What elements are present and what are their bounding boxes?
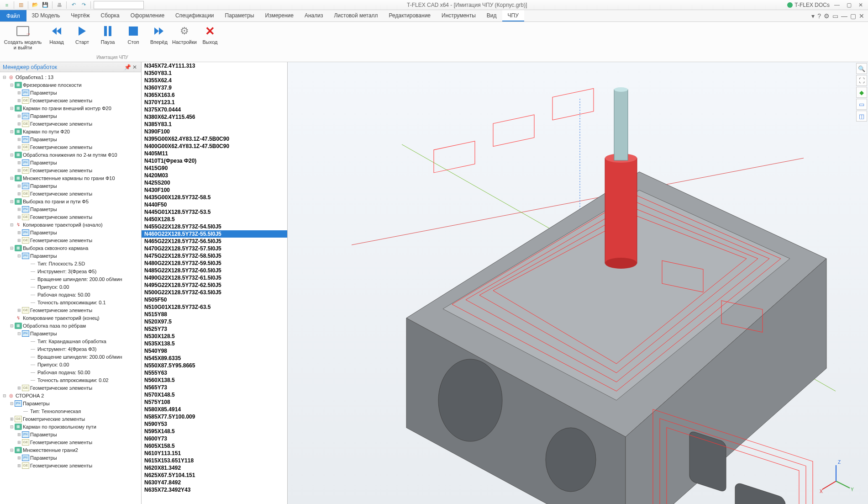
gcode-line[interactable]: N345X72.4Y111.313 — [142, 62, 287, 69]
gcode-line[interactable]: N600Y73 — [142, 435, 287, 442]
collapse-icon[interactable]: ⊟ — [9, 424, 15, 429]
tree-row[interactable]: ⊞GEГеометрические элементы — [0, 120, 141, 127]
expand-icon[interactable]: ⊞ — [16, 168, 22, 173]
tree-row[interactable]: ⊟P≡Параметры — [0, 399, 141, 407]
gcode-line[interactable]: N365X163.6 — [142, 91, 287, 99]
ribbon-tab[interactable]: Оформление — [125, 10, 170, 21]
expand-icon[interactable]: ⊞ — [16, 160, 22, 165]
create-model-button[interactable]: Создать модель и выйти — [3, 23, 43, 52]
collapse-icon[interactable]: ⊟ — [16, 331, 22, 336]
tree-row[interactable]: ⊟▦Карман по пути Ф20 — [0, 127, 141, 135]
start-button[interactable]: Старт — [70, 23, 94, 52]
tree-row[interactable]: ⊟▦Фрезерование плоскости — [0, 81, 141, 89]
tree-row[interactable]: ⊞P≡Параметры — [0, 454, 141, 462]
tree-row[interactable]: ⊞GEГеометрические элементы — [0, 415, 141, 423]
gcode-line[interactable]: N435G00X128.5Y73Z-58.5 — [142, 194, 287, 201]
ribbon-tab[interactable]: Измерение — [260, 10, 299, 21]
gcode-line[interactable]: N545X89.6335 — [142, 355, 287, 362]
minimize-button[interactable]: — — [832, 1, 842, 9]
expand-icon[interactable]: ⊞ — [16, 184, 22, 188]
gcode-line[interactable]: N465G22X128.5Y73Z-56.5I0J5 — [142, 238, 287, 245]
gcode-line[interactable]: N385Y83.1 — [142, 121, 287, 128]
gcode-line[interactable]: N550X87.5Y95.8665 — [142, 362, 287, 369]
gcode-panel[interactable]: N345X72.4Y111.313N350Y83.1N355X62.4N360Y… — [142, 62, 288, 504]
expand-icon[interactable]: ⊞ — [16, 308, 22, 313]
gcode-line[interactable]: N410T1(Фреза Ф20) — [142, 157, 287, 164]
expand-icon[interactable]: ⊞ — [16, 114, 22, 118]
tree-row[interactable]: ⊞GEГеометрические элементы — [0, 306, 141, 314]
tree-row[interactable]: ⊞GEГеометрические элементы — [0, 190, 141, 197]
gcode-line[interactable]: N510G01X128.5Y73Z-63.5 — [142, 303, 287, 311]
gcode-line[interactable]: N595X148.5 — [142, 428, 287, 435]
expand-icon[interactable]: ⊞ — [16, 145, 22, 149]
gcode-line[interactable]: N500G22X128.5Y73Z-63.5I0J5 — [142, 289, 287, 296]
expand-icon[interactable]: ⊞ — [9, 417, 15, 421]
tree-row[interactable]: ⊟▦Выборка сквозного кармана — [0, 244, 141, 252]
collapse-icon[interactable]: ⊟ — [9, 83, 15, 87]
tree-row[interactable]: —Вращение шпинделя: 200.00 об/мин — [0, 275, 141, 283]
fit-icon[interactable]: ⛶ — [856, 75, 867, 86]
gcode-line[interactable]: N615X153.651Y118 — [142, 457, 287, 464]
expand-icon[interactable]: ⊞ — [16, 440, 22, 445]
close-button[interactable]: ✕ — [856, 1, 865, 9]
maximize-button[interactable]: ▢ — [844, 1, 853, 9]
gcode-line[interactable]: N565Y73 — [142, 384, 287, 391]
collapse-icon[interactable]: ⊟ — [16, 254, 22, 258]
tree-row[interactable]: ⊞P≡Параметры — [0, 205, 141, 213]
open-icon[interactable]: 📂 — [31, 1, 39, 9]
tree-row[interactable]: —Точность аппроксимации: 0.1 — [0, 298, 141, 306]
exit-button[interactable]: ✕ Выход — [198, 23, 222, 52]
gcode-line[interactable]: N540Y98 — [142, 347, 287, 355]
collapse-icon[interactable]: ⊟ — [9, 176, 15, 180]
expand-icon[interactable]: ⊞ — [16, 432, 22, 437]
new-icon[interactable]: ▥ — [17, 1, 25, 9]
gcode-line[interactable]: N560X138.5 — [142, 377, 287, 384]
gcode-line[interactable]: N445G01X128.5Y73Z-53.5 — [142, 208, 287, 216]
tree-row[interactable]: —Рабочая подача: 50.00 — [0, 291, 141, 298]
gcode-line[interactable]: N480G22X128.5Y73Z-59.5I0J5 — [142, 260, 287, 267]
expand-icon[interactable]: ⊞ — [16, 191, 22, 196]
gcode-line[interactable]: N625X67.5Y104.151 — [142, 472, 287, 479]
tree-row[interactable]: ⊟P≡Параметры — [0, 252, 141, 260]
doc-min-icon[interactable]: — — [841, 12, 847, 20]
gcode-line[interactable]: N400G00X62.4Y83.1Z-47.5B0C90 — [142, 143, 287, 150]
section-icon[interactable]: ◫ — [856, 111, 867, 122]
gcode-line[interactable]: N425S200 — [142, 179, 287, 186]
gcode-line[interactable]: N575Y108 — [142, 398, 287, 406]
ribbon-tab[interactable]: Чертёж — [65, 10, 95, 21]
ribbon-tab[interactable]: Сборка — [95, 10, 125, 21]
gcode-line[interactable]: N585X77.5Y100.009 — [142, 413, 287, 420]
gcode-line[interactable]: N605X158.5 — [142, 442, 287, 450]
gcode-line[interactable]: N395G00X62.4Y83.1Z-47.5B0C90 — [142, 135, 287, 143]
expand-icon[interactable]: ⊞ — [16, 98, 22, 103]
tree-row[interactable]: —Тип: Плоскость 2.5D — [0, 260, 141, 267]
gcode-line[interactable]: N375X70.0444 — [142, 106, 287, 113]
tree-row[interactable]: ⊞P≡Параметры — [0, 89, 141, 96]
pin-icon[interactable]: 📌 — [124, 64, 131, 70]
gcode-line[interactable]: N420M03 — [142, 172, 287, 179]
redo-icon[interactable]: ↷ — [79, 1, 88, 9]
tree-row[interactable]: —Тип: Карандашная обработка — [0, 337, 141, 345]
viewport-3d[interactable]: 🔍 ⛶ ◆ ▭ ◫ X Y Z — [288, 62, 868, 504]
view-mode-icon[interactable]: ▭ — [856, 99, 867, 110]
expand-icon[interactable]: ⊞ — [16, 215, 22, 219]
tree-row[interactable]: —Припуск: 0.00 — [0, 283, 141, 291]
expand-icon[interactable]: ⊞ — [16, 90, 22, 95]
tree-row[interactable]: ⊟▦Обработка понижения по 2-м путям Ф10 — [0, 151, 141, 159]
forward-button[interactable]: Вперёд — [147, 23, 171, 52]
tree-row[interactable]: ⊞P≡Параметры — [0, 182, 141, 190]
tree-row[interactable]: ⊟▦Множественные карманы по грани Ф10 — [0, 174, 141, 182]
undo-icon[interactable]: ↶ — [69, 1, 78, 9]
expand-icon[interactable]: ⊞ — [16, 122, 22, 126]
gcode-line[interactable]: N505F50 — [142, 296, 287, 303]
gcode-line[interactable]: N635X72.3492Y43 — [142, 486, 287, 493]
ribbon-tab[interactable]: Инструменты — [436, 10, 481, 21]
tree-row[interactable]: ↯Копирование траекторий (конец) — [0, 314, 141, 322]
file-tab[interactable]: Файл — [0, 10, 26, 21]
gcode-line[interactable]: N475G22X128.5Y73Z-58.5I0J5 — [142, 252, 287, 260]
gcode-line[interactable]: N535X138.5 — [142, 340, 287, 347]
gcode-line[interactable]: N380X62.4Y115.456 — [142, 113, 287, 121]
tree-row[interactable]: —Тип: Технологическая — [0, 407, 141, 415]
collapse-icon[interactable]: ⊟ — [9, 153, 15, 157]
tree-row[interactable]: ⊞GEГеометрические элементы — [0, 384, 141, 392]
